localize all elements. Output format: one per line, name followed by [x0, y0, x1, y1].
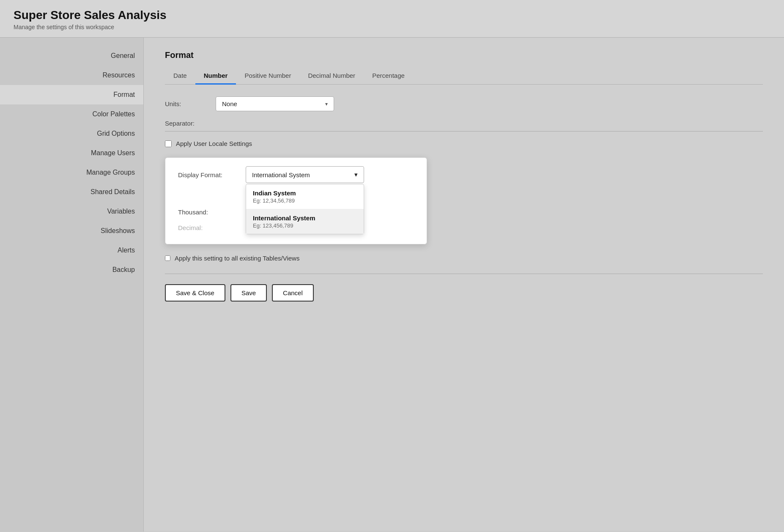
- separator-divider: [165, 131, 763, 132]
- display-format-container: International System ▾ Indian System Eg:…: [246, 166, 364, 183]
- international-system-example: Eg: 123,456,789: [253, 222, 357, 229]
- tab-number[interactable]: Number: [195, 68, 236, 85]
- chevron-down-icon: ▾: [325, 101, 328, 107]
- page-header: Super Store Sales Analysis Manage the se…: [0, 0, 784, 38]
- format-tabs: Date Number Positive Number Decimal Numb…: [165, 68, 763, 85]
- tab-percentage[interactable]: Percentage: [364, 68, 413, 85]
- indian-system-example: Eg: 12,34,56,789: [253, 197, 357, 204]
- sidebar-item-alerts[interactable]: Alerts: [0, 241, 143, 260]
- page-title: Super Store Sales Analysis: [14, 8, 770, 22]
- chevron-down-icon: ▾: [354, 171, 358, 178]
- international-system-label: International System: [253, 214, 357, 222]
- sidebar: General Resources Format Color Palettes …: [0, 38, 144, 532]
- cancel-button[interactable]: Cancel: [272, 284, 314, 302]
- tab-positive-number[interactable]: Positive Number: [236, 68, 299, 85]
- sidebar-item-general[interactable]: General: [0, 46, 143, 66]
- tab-date[interactable]: Date: [165, 68, 195, 85]
- sidebar-item-slideshows[interactable]: Slideshows: [0, 221, 143, 241]
- apply-setting-checkbox[interactable]: [165, 255, 170, 261]
- save-close-button[interactable]: Save & Close: [165, 284, 225, 302]
- display-format-label: Display Format:: [178, 171, 246, 178]
- page-subtitle: Manage the settings of this workspace: [14, 24, 770, 30]
- sidebar-item-color-palettes[interactable]: Color Palettes: [0, 104, 143, 124]
- content-area: Format Date Number Positive Number Decim…: [144, 38, 784, 532]
- units-value: None: [222, 100, 237, 107]
- sidebar-item-backup[interactable]: Backup: [0, 260, 143, 280]
- sidebar-item-shared-details[interactable]: Shared Details: [0, 182, 143, 202]
- save-button[interactable]: Save: [230, 284, 267, 302]
- sidebar-item-resources[interactable]: Resources: [0, 66, 143, 85]
- button-row: Save & Close Save Cancel: [165, 284, 763, 302]
- sidebar-item-format[interactable]: Format: [0, 85, 143, 104]
- apply-locale-row: Apply User Locale Settings: [165, 140, 763, 147]
- tab-decimal-number[interactable]: Decimal Number: [299, 68, 364, 85]
- section-title: Format: [165, 50, 763, 60]
- display-format-row: Display Format: International System ▾ I…: [178, 166, 414, 183]
- units-label: Units:: [165, 100, 216, 107]
- apply-locale-checkbox[interactable]: [165, 140, 172, 147]
- apply-setting-label: Apply this setting to all existing Table…: [175, 255, 299, 262]
- apply-setting-row: Apply this setting to all existing Table…: [165, 255, 763, 262]
- display-format-value: International System: [252, 171, 310, 178]
- main-layout: General Resources Format Color Palettes …: [0, 38, 784, 532]
- sidebar-item-manage-users[interactable]: Manage Users: [0, 143, 143, 163]
- menu-item-international-system[interactable]: International System Eg: 123,456,789: [246, 209, 364, 234]
- sidebar-item-variables[interactable]: Variables: [0, 202, 143, 221]
- popup-panel: Display Format: International System ▾ I…: [165, 157, 427, 244]
- thousand-label: Thousand:: [178, 208, 246, 216]
- display-format-menu: Indian System Eg: 12,34,56,789 Internati…: [246, 184, 364, 234]
- display-format-popup: Display Format: International System ▾ I…: [165, 157, 763, 244]
- units-select[interactable]: None ▾: [216, 96, 334, 111]
- sidebar-item-manage-groups[interactable]: Manage Groups: [0, 163, 143, 182]
- separator-section: Separator:: [165, 120, 763, 132]
- display-format-select[interactable]: International System ▾: [246, 166, 364, 183]
- decimal-label: Decimal:: [178, 224, 246, 231]
- units-row: Units: None ▾: [165, 96, 763, 111]
- indian-system-label: Indian System: [253, 189, 357, 197]
- bottom-divider: [165, 274, 763, 274]
- menu-item-indian-system[interactable]: Indian System Eg: 12,34,56,789: [246, 184, 364, 209]
- separator-label: Separator:: [165, 120, 763, 127]
- apply-locale-label: Apply User Locale Settings: [176, 140, 252, 147]
- sidebar-item-grid-options[interactable]: Grid Options: [0, 124, 143, 143]
